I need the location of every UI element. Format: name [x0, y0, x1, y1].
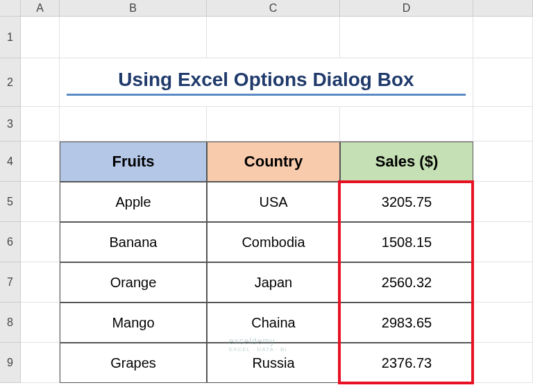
cell-D1[interactable]	[340, 17, 473, 58]
cell-A1[interactable]	[21, 17, 60, 58]
row-3: 3	[0, 107, 533, 142]
cell-sales-0[interactable]: 3205.75	[340, 182, 473, 222]
spreadsheet-grid: A B C D 1 2 Using Excel Options Dialog B…	[0, 0, 533, 383]
cell-B3[interactable]	[60, 107, 207, 142]
row-header-6[interactable]: 6	[0, 222, 21, 262]
header-fruits[interactable]: Fruits	[60, 142, 207, 182]
header-sales[interactable]: Sales ($)	[340, 142, 473, 182]
watermark-sub: EXCEL · DATA · BI	[229, 346, 287, 352]
cell-A9[interactable]	[21, 343, 60, 383]
cell-sales-1[interactable]: 1508.15	[340, 222, 473, 262]
row-1: 1	[0, 17, 533, 58]
cell-fruit-3[interactable]: Mango	[60, 302, 207, 343]
column-headers: A B C D	[0, 0, 533, 17]
select-all-corner[interactable]	[0, 0, 21, 17]
cell-sales-2[interactable]: 2560.32	[340, 262, 473, 302]
cell-E6[interactable]	[473, 222, 533, 262]
cell-country-2[interactable]: Japan	[207, 262, 340, 302]
cell-E2[interactable]	[473, 58, 533, 107]
cell-A7[interactable]	[21, 262, 60, 302]
cell-sales-3[interactable]: 2983.65	[340, 302, 473, 343]
col-header-C[interactable]: C	[207, 0, 340, 17]
row-7: 7 Orange Japan 2560.32	[0, 262, 533, 302]
cell-sales-4[interactable]: 2376.73	[340, 343, 473, 383]
row-4: 4 Fruits Country Sales ($)	[0, 142, 533, 182]
cell-E7[interactable]	[473, 262, 533, 302]
col-header-A[interactable]: A	[21, 0, 60, 17]
cell-E3[interactable]	[473, 107, 533, 142]
watermark: exceldemy EXCEL · DATA · BI	[229, 336, 287, 352]
row-2: 2 Using Excel Options Dialog Box	[0, 58, 533, 107]
cell-country-1[interactable]: Combodia	[207, 222, 340, 262]
cell-E9[interactable]	[473, 343, 533, 383]
header-country[interactable]: Country	[207, 142, 340, 182]
cell-D3[interactable]	[340, 107, 473, 142]
cell-A6[interactable]	[21, 222, 60, 262]
cell-E4[interactable]	[473, 142, 533, 182]
cell-fruit-1[interactable]: Banana	[60, 222, 207, 262]
row-header-2[interactable]: 2	[0, 58, 21, 107]
row-header-4[interactable]: 4	[0, 142, 21, 182]
cell-country-0[interactable]: USA	[207, 182, 340, 222]
cell-E1[interactable]	[473, 17, 533, 58]
row-header-1[interactable]: 1	[0, 17, 21, 58]
cell-B1[interactable]	[60, 17, 207, 58]
col-header-B[interactable]: B	[60, 0, 207, 17]
cell-C3[interactable]	[207, 107, 340, 142]
cell-fruit-2[interactable]: Orange	[60, 262, 207, 302]
cell-E8[interactable]	[473, 302, 533, 343]
cell-A8[interactable]	[21, 302, 60, 343]
cell-fruit-4[interactable]: Grapes	[60, 343, 207, 383]
cell-C1[interactable]	[207, 17, 340, 58]
row-header-8[interactable]: 8	[0, 302, 21, 343]
col-header-extra	[473, 0, 533, 17]
cell-A2[interactable]	[21, 58, 60, 107]
col-header-D[interactable]: D	[340, 0, 473, 17]
cell-E5[interactable]	[473, 182, 533, 222]
row-header-5[interactable]: 5	[0, 182, 21, 222]
row-header-7[interactable]: 7	[0, 262, 21, 302]
cell-A5[interactable]	[21, 182, 60, 222]
cell-A4[interactable]	[21, 142, 60, 182]
row-6: 6 Banana Combodia 1508.15	[0, 222, 533, 262]
cell-A3[interactable]	[21, 107, 60, 142]
row-header-9[interactable]: 9	[0, 343, 21, 383]
cell-fruit-0[interactable]: Apple	[60, 182, 207, 222]
row-5: 5 Apple USA 3205.75	[0, 182, 533, 222]
page-title: Using Excel Options Dialog Box	[67, 69, 466, 96]
watermark-main: exceldemy	[229, 336, 275, 346]
row-header-3[interactable]: 3	[0, 107, 21, 142]
title-cell[interactable]: Using Excel Options Dialog Box	[60, 58, 473, 107]
